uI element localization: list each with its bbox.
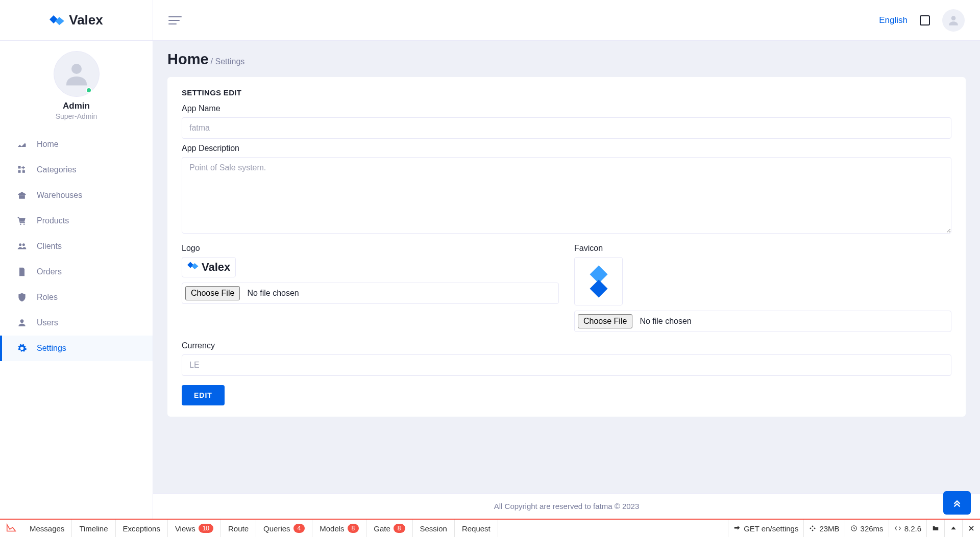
cart-icon (16, 215, 28, 226)
debug-collapse-icon[interactable] (944, 520, 962, 537)
settings-card: SETTINGS EDIT App Name App Description L… (167, 77, 966, 417)
sidebar-item-label: Home (37, 140, 59, 149)
sidebar-item-home[interactable]: Home (0, 132, 153, 157)
currency-input[interactable] (182, 354, 951, 376)
badge: 8 (394, 524, 405, 533)
choose-file-button[interactable]: Choose File (578, 314, 632, 328)
debug-tab-exceptions[interactable]: Exceptions (116, 520, 168, 537)
sidebar-item-users[interactable]: Users (0, 310, 153, 336)
debug-tab-timeline[interactable]: Timeline (72, 520, 115, 537)
svg-marker-13 (191, 263, 198, 269)
debug-tab-session[interactable]: Session (413, 520, 455, 537)
badge: 4 (293, 524, 305, 533)
chart-icon (16, 139, 28, 150)
sidebar-item-categories[interactable]: Categories (0, 157, 153, 183)
file-status: No file chosen (243, 283, 303, 303)
debug-tab-queries[interactable]: Queries4 (256, 520, 312, 537)
sidebar-item-settings[interactable]: Settings (0, 336, 153, 361)
debug-route-text: GET en/settings (744, 524, 798, 533)
sidebar-item-roles[interactable]: Roles (0, 285, 153, 310)
badge: 8 (348, 524, 359, 533)
label-app-name: App Name (182, 104, 951, 113)
scroll-top-button[interactable] (943, 491, 971, 515)
debug-tab-views[interactable]: Views10 (168, 520, 221, 537)
debug-tab-request[interactable]: Request (455, 520, 498, 537)
debug-tab-label: Timeline (79, 524, 108, 533)
debug-close-icon[interactable] (962, 520, 980, 537)
debug-folder-icon[interactable] (926, 520, 944, 537)
debug-tab-label: Messages (30, 524, 64, 533)
edit-button[interactable]: EDIT (182, 385, 225, 405)
svg-marker-0 (50, 15, 58, 23)
sidebar-item-label: Settings (37, 344, 66, 353)
debug-bar: MessagesTimelineExceptionsViews10RouteQu… (0, 519, 980, 537)
sidebar-item-label: Roles (37, 293, 58, 302)
profile-block: Admin Super-Admin (0, 41, 153, 125)
footer-copyright: All Copyright are reserved to fatma © 20… (153, 493, 980, 519)
gear-icon (16, 343, 28, 354)
profile-role: Super-Admin (56, 112, 97, 120)
logo-preview: Valex (182, 257, 236, 277)
logo-preview-text: Valex (202, 261, 230, 274)
debug-tab-label: Views (175, 524, 195, 533)
sidebar-item-label: Products (37, 216, 69, 225)
label-app-description: App Description (182, 144, 951, 153)
sidebar-item-label: Warehouses (37, 191, 82, 200)
user-icon (16, 317, 28, 328)
svg-point-6 (20, 223, 21, 225)
sidebar-item-orders[interactable]: Orders (0, 259, 153, 285)
debug-time[interactable]: 326ms (845, 520, 889, 537)
choose-file-button[interactable]: Choose File (185, 286, 240, 300)
label-logo: Logo (182, 244, 559, 253)
debug-tab-label: Request (462, 524, 491, 533)
sidebar-item-label: Categories (37, 165, 76, 174)
debug-tab-label: Route (228, 524, 249, 533)
debug-route[interactable]: GET en/settings (728, 520, 803, 537)
debug-tab-label: Gate (374, 524, 390, 533)
warehouse-icon (16, 190, 28, 201)
debug-tab-label: Exceptions (123, 524, 160, 533)
svg-rect-4 (18, 170, 21, 173)
favicon-preview (574, 257, 623, 305)
debug-tab-messages[interactable]: Messages (22, 520, 72, 537)
sidebar-nav: Home Categories Warehouses Products Clie… (0, 132, 153, 361)
svg-point-9 (22, 243, 25, 246)
fullscreen-icon[interactable] (920, 15, 930, 25)
shield-icon (16, 292, 28, 303)
breadcrumb: Home / Settings (167, 51, 966, 68)
sidebar-item-warehouses[interactable]: Warehouses (0, 183, 153, 208)
sidebar-item-products[interactable]: Products (0, 208, 153, 234)
status-dot-icon (86, 87, 92, 93)
app-name-input[interactable] (182, 117, 951, 139)
svg-rect-5 (22, 170, 25, 173)
svg-point-11 (951, 16, 956, 20)
card-title: SETTINGS EDIT (182, 88, 951, 97)
svg-marker-15 (590, 279, 607, 297)
header-avatar[interactable] (942, 9, 965, 32)
svg-point-8 (19, 243, 21, 246)
sidebar-item-clients[interactable]: Clients (0, 234, 153, 259)
debug-php[interactable]: 8.2.6 (889, 520, 926, 537)
laravel-icon[interactable] (0, 523, 22, 534)
language-link[interactable]: English (879, 15, 908, 25)
grid-add-icon (16, 164, 28, 175)
avatar[interactable] (54, 51, 100, 97)
debug-memory[interactable]: 23MB (803, 520, 844, 537)
debug-tab-gate[interactable]: Gate8 (366, 520, 412, 537)
header: English (153, 0, 980, 41)
favicon-file-input[interactable]: Choose File No file chosen (574, 311, 951, 332)
debug-memory-text: 23MB (819, 524, 839, 533)
debug-tab-label: Models (320, 524, 344, 533)
logo-file-input[interactable]: Choose File No file chosen (182, 283, 559, 304)
menu-toggle-icon[interactable] (168, 16, 183, 24)
debug-time-text: 326ms (861, 524, 884, 533)
breadcrumb-current: / Settings (211, 57, 245, 66)
app-description-textarea[interactable] (182, 157, 951, 234)
debug-php-text: 8.2.6 (904, 524, 921, 533)
brand-logo[interactable]: Valex (0, 0, 153, 41)
brand-mark-icon (50, 15, 66, 26)
sidebar-item-label: Clients (37, 242, 62, 251)
debug-tab-route[interactable]: Route (221, 520, 256, 537)
debug-tab-models[interactable]: Models8 (312, 520, 366, 537)
users-icon (16, 241, 28, 252)
